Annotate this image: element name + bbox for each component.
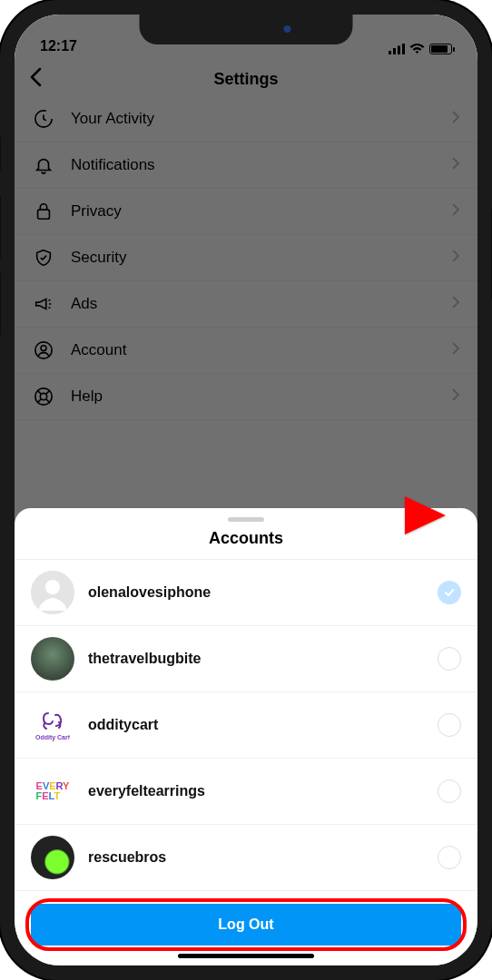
account-row[interactable]: rescuebros bbox=[15, 825, 477, 891]
avatar-image: Oddity Cart bbox=[31, 703, 74, 747]
selection-check-unselected[interactable] bbox=[438, 713, 461, 737]
avatar-image bbox=[31, 836, 74, 879]
account-username: olenalovesiphone bbox=[88, 584, 424, 601]
volume-down bbox=[0, 272, 1, 336]
mute-switch bbox=[0, 136, 1, 171]
avatar-placeholder bbox=[31, 571, 74, 614]
selection-check-unselected[interactable] bbox=[438, 647, 461, 671]
account-username: rescuebros bbox=[88, 849, 424, 866]
sheet-title: Accounts bbox=[15, 529, 477, 560]
logout-button[interactable]: Log Out bbox=[31, 904, 461, 946]
account-username: odditycart bbox=[88, 717, 424, 733]
phone-frame: 12:17 Settings Your Activity bbox=[0, 0, 492, 980]
account-username: thetravelbugbite bbox=[88, 651, 424, 667]
account-row[interactable]: thetravelbugbite bbox=[15, 626, 477, 692]
selection-check-unselected[interactable] bbox=[438, 846, 461, 869]
account-row[interactable]: Oddity Cart odditycart bbox=[15, 692, 477, 759]
account-row[interactable]: EVERY FELT everyfeltearrings bbox=[15, 759, 477, 825]
avatar-image: EVERY FELT bbox=[31, 769, 74, 813]
home-indicator[interactable] bbox=[178, 954, 314, 958]
sheet-grabber[interactable] bbox=[228, 517, 264, 522]
selection-check-selected[interactable] bbox=[438, 581, 461, 604]
volume-up bbox=[0, 195, 1, 259]
avatar-image bbox=[31, 637, 74, 681]
screen: 12:17 Settings Your Activity bbox=[15, 15, 477, 965]
account-row[interactable]: olenalovesiphone bbox=[15, 560, 477, 626]
logout-container: Log Out bbox=[15, 891, 477, 946]
selection-check-unselected[interactable] bbox=[438, 779, 461, 803]
notch bbox=[140, 15, 353, 44]
svg-point-11 bbox=[45, 580, 60, 594]
account-username: everyfeltearrings bbox=[88, 783, 424, 799]
accounts-sheet: Accounts olenalovesiphone thetravelbugbi… bbox=[15, 508, 477, 965]
